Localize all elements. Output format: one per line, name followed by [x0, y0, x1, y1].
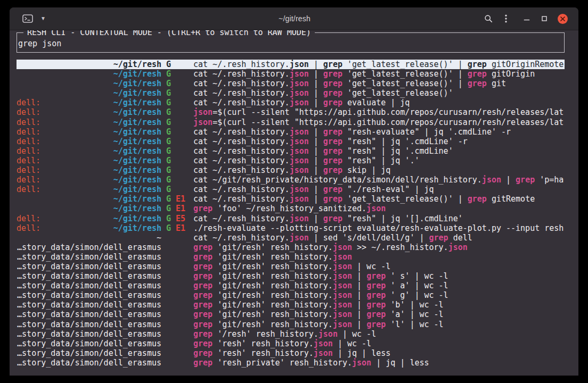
history-row[interactable]: ~/git/reshGcat ~/.resh_history.json | gr…	[17, 79, 565, 88]
match-highlight: json	[290, 214, 309, 223]
directory-label: …story_data/simon/dell_erasmus	[17, 320, 161, 329]
match-highlight: grep	[323, 98, 342, 107]
window-controls	[522, 14, 568, 24]
terminal-content[interactable]: RESH CLI - CONTEXTUAL MODE - (CTRL+R to …	[10, 30, 578, 376]
directory-label: ~/git/resh	[113, 118, 161, 127]
command-segment: 'git/resh' resh_history.	[213, 300, 333, 310]
match-highlight: grep	[193, 204, 213, 213]
command-segment: "resh" | jq '.cmdLine'	[342, 146, 453, 156]
history-row[interactable]: dell:~/git/reshGcat ~/.resh_history.json…	[17, 137, 565, 146]
match-highlight: grep	[366, 310, 386, 319]
match-highlight: grep	[323, 127, 342, 137]
history-row[interactable]: …story_data/simon/dell_erasmusgrep '/res…	[17, 329, 565, 339]
row-location: dell:~/git/resh	[17, 185, 161, 194]
history-row[interactable]: dell:~/git/reshGcat ~/.resh_history.json…	[17, 185, 565, 194]
history-row[interactable]: …story_data/simon/dell_erasmusgrep 'resh…	[17, 339, 565, 348]
command-text: cat ~/.resh_history.json | grep "resh" |…	[193, 156, 565, 165]
command-segment: skip | jq	[342, 165, 390, 175]
flags-label	[161, 243, 193, 252]
search-icon	[484, 14, 493, 23]
command-segment: cat ~/.resh_history.	[193, 185, 290, 194]
flags-label: G	[161, 137, 193, 146]
match-highlight: grep	[366, 300, 386, 310]
host-label: dell:	[17, 146, 40, 156]
menu-button[interactable]	[504, 13, 508, 24]
row-location: …story_data/simon/dell_erasmus	[17, 329, 161, 339]
history-row[interactable]: …story_data/simon/dell_erasmusgrep 'git/…	[17, 310, 565, 319]
history-row[interactable]: dell:~/git/reshGcat ~/.resh_history.json…	[17, 156, 565, 165]
match-highlight: grep	[323, 146, 342, 156]
flags-label: G	[161, 165, 193, 175]
row-location: ~	[17, 233, 161, 243]
history-row[interactable]: …story_data/simon/dell_erasmusgrep 'git/…	[17, 271, 565, 281]
history-row[interactable]: …story_data/simon/dell_erasmusgrep 'resh…	[17, 348, 565, 358]
flag-G: G	[166, 175, 171, 185]
command-segment: |	[352, 320, 366, 329]
row-location: dell:~/git/resh	[17, 156, 161, 165]
command-segment: |	[352, 290, 366, 300]
close-button[interactable]	[558, 14, 568, 24]
minimize-button[interactable]	[522, 14, 531, 23]
match-highlight: grep	[193, 358, 213, 368]
match-highlight: json	[314, 339, 333, 348]
command-text: grep 'git/resh' resh_history.json | grep…	[193, 300, 565, 310]
history-row[interactable]: dell:~/git/reshGcat ~/.resh_history.json…	[17, 146, 565, 156]
history-row[interactable]: ~/git/reshGcat ~/.resh_history.json | gr…	[17, 60, 565, 69]
history-row[interactable]: dell:~/git/reshGcat ~/.resh_history.json…	[17, 127, 565, 137]
history-row[interactable]: dell:~/git/reshGcat ~/.resh_history.json…	[17, 165, 565, 175]
match-highlight: json	[193, 107, 213, 117]
history-row[interactable]: dell:~/git/reshGjson=$(curl --silent "ht…	[17, 118, 565, 127]
history-row[interactable]: dell:~/git/reshGcat ~/git/resh_private/h…	[17, 175, 565, 185]
history-row[interactable]: dell:~/git/reshG E1./resh-evaluate --plo…	[17, 223, 565, 233]
history-row[interactable]: dell:~/git/reshG E5cat ~/.resh_history.j…	[17, 214, 565, 223]
match-highlight: json	[290, 60, 309, 69]
search-button[interactable]	[483, 13, 494, 24]
flag-G: G	[166, 69, 171, 79]
directory-label: …story_data/simon/dell_erasmus	[17, 290, 161, 300]
command-text: grep 'git/resh' resh_history.json	[193, 252, 565, 262]
row-location: dell:~/git/resh	[17, 118, 161, 127]
command-segment: | wc -l	[352, 262, 390, 271]
history-row[interactable]: …story_data/simon/dell_erasmusgrep 'git/…	[17, 281, 565, 290]
host-label: dell:	[17, 185, 40, 194]
command-segment: 'git/resh' resh_history.	[213, 252, 333, 262]
history-row[interactable]: dell:~/git/reshGjson=$(curl --silent "ht…	[17, 107, 565, 117]
command-text: grep 'git/resh' resh_history.json >> ~/.…	[193, 243, 565, 252]
history-row[interactable]: ~/git/reshGcat ~/.resh_history.json | gr…	[17, 69, 565, 79]
row-location: ~/git/resh	[17, 194, 161, 204]
command-segment: 'git/resh' resh_history.	[213, 310, 333, 319]
command-segment: =$(curl --silent "https://api.github.com…	[213, 107, 564, 117]
history-row[interactable]: …story_data/simon/dell_erasmusgrep 'git/…	[17, 243, 565, 252]
tab-dropdown-button[interactable]: ▼	[39, 15, 47, 22]
history-row[interactable]: …story_data/simon/dell_erasmusgrep 'git/…	[17, 320, 565, 329]
match-highlight: json	[366, 204, 386, 213]
history-row[interactable]: …story_data/simon/dell_erasmusgrep 'resh…	[17, 358, 565, 368]
history-row[interactable]: ~/git/reshG E1cat ~/.resh_history.json |…	[17, 194, 565, 204]
match-highlight: grep	[468, 194, 487, 204]
history-row[interactable]: ~cat ~/.resh_history.json | sed 's/dell/…	[17, 233, 565, 243]
command-segment: | jq | less	[333, 348, 390, 358]
flags-label: G	[161, 146, 193, 156]
host-label: dell:	[17, 98, 40, 107]
match-highlight: grep	[468, 60, 487, 69]
command-segment: |	[352, 271, 366, 281]
history-row[interactable]: …story_data/simon/dell_erasmusgrep 'git/…	[17, 290, 565, 300]
flag-G: G	[166, 60, 171, 69]
directory-label: ~/git/resh	[113, 60, 161, 69]
history-row[interactable]: dell:~/git/reshGcat ~/.resh_history.json…	[17, 98, 565, 107]
history-row[interactable]: …story_data/simon/dell_erasmusgrep 'git/…	[17, 252, 565, 262]
command-text: grep 'resh_private' resh_history.json | …	[193, 358, 565, 368]
command-segment: |	[309, 88, 323, 98]
match-highlight: json	[290, 233, 309, 243]
match-highlight: grep	[323, 69, 342, 79]
history-row[interactable]: …story_data/simon/dell_erasmusgrep 'git/…	[17, 262, 565, 271]
new-terminal-button[interactable]	[21, 13, 34, 24]
row-location: ~/git/resh	[17, 204, 161, 213]
flags-label: G	[161, 88, 193, 98]
restore-button[interactable]	[540, 14, 549, 23]
flag-G: G	[166, 194, 171, 204]
history-row[interactable]: ~/git/reshGcat ~/.resh_history.json | gr…	[17, 88, 565, 98]
match-highlight: grep	[323, 60, 342, 69]
history-row[interactable]: ~/git/reshG E1grep 'foo' ~/resh_history_…	[17, 204, 565, 213]
history-row[interactable]: …story_data/simon/dell_erasmusgrep 'git/…	[17, 300, 565, 310]
